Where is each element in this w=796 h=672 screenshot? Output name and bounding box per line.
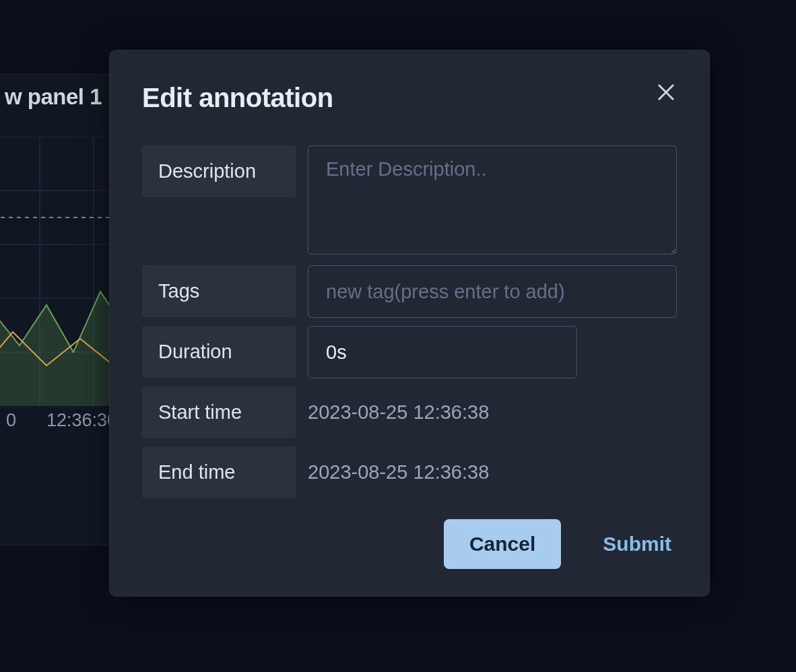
- modal-title: Edit annotation: [142, 83, 677, 113]
- row-tags: Tags: [142, 265, 677, 318]
- x-tick: 0: [6, 410, 16, 431]
- row-end-time: End time 2023-08-25 12:36:38: [142, 446, 677, 498]
- row-start-time: Start time 2023-08-25 12:36:38: [142, 387, 677, 438]
- x-axis-labels: 0 12:36:30: [0, 410, 102, 430]
- annotation-form: Description Tags Duration Start time 202…: [142, 145, 677, 498]
- duration-input[interactable]: [308, 326, 577, 378]
- row-description: Description: [142, 145, 677, 257]
- background-panel: w panel 1 0 12:: [0, 74, 114, 545]
- description-textarea[interactable]: [308, 145, 677, 255]
- end-time-value: 2023-08-25 12:36:38: [308, 446, 677, 498]
- start-time-value: 2023-08-25 12:36:38: [308, 387, 677, 438]
- row-duration: Duration: [142, 326, 677, 378]
- close-button[interactable]: [650, 76, 682, 108]
- label-duration: Duration: [142, 326, 296, 378]
- label-start-time: Start time: [142, 387, 296, 438]
- tags-input[interactable]: [308, 265, 677, 318]
- modal-footer: Cancel Submit: [444, 519, 677, 569]
- submit-button[interactable]: Submit: [597, 519, 677, 569]
- label-end-time: End time: [142, 446, 296, 498]
- background-chart: [0, 137, 102, 406]
- label-tags: Tags: [142, 265, 296, 317]
- panel-title: w panel 1: [0, 84, 102, 110]
- edit-annotation-modal: Edit annotation Description Tags Duratio…: [109, 50, 710, 597]
- label-description: Description: [142, 145, 296, 197]
- x-tick: 12:36:30: [46, 410, 114, 431]
- close-icon: [656, 82, 676, 102]
- cancel-button[interactable]: Cancel: [444, 519, 561, 569]
